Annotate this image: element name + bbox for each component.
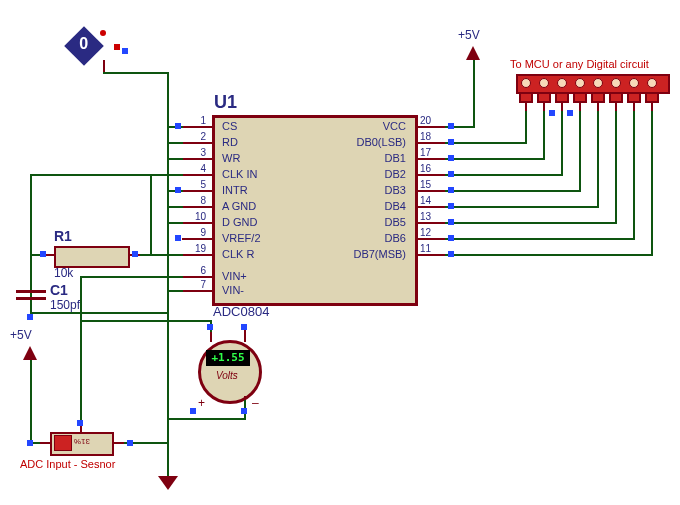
cap-plate [16, 290, 46, 293]
pin-name: INTR [222, 184, 248, 196]
meter-plus: + [198, 396, 205, 410]
pad [448, 155, 454, 161]
wire [30, 300, 32, 312]
wire [561, 111, 563, 176]
pin-name: DB4 [340, 200, 406, 212]
pin-name: VCC [340, 120, 406, 132]
pad [448, 171, 454, 177]
wire [244, 396, 246, 400]
connector-pin [593, 78, 603, 88]
meter-minus: – [252, 396, 259, 410]
pad [241, 324, 247, 330]
pad [114, 44, 120, 50]
pin-num: 4 [188, 163, 206, 174]
pin-num: 3 [188, 147, 206, 158]
voltmeter-caption: Volts [216, 370, 238, 381]
pad [175, 187, 181, 193]
pad [207, 324, 213, 330]
wire [445, 222, 616, 224]
wire [150, 254, 183, 256]
pin-name: DB2 [340, 168, 406, 180]
wire [167, 72, 169, 126]
ic-ref: U1 [214, 92, 237, 113]
pin-num: 19 [188, 243, 206, 254]
pin-name: D GND [222, 216, 257, 228]
pad [448, 139, 454, 145]
pad [27, 314, 33, 320]
wire [167, 126, 169, 476]
pin-num: 15 [420, 179, 438, 190]
wire [167, 418, 246, 420]
connector-pin [611, 78, 621, 88]
wire [633, 111, 635, 240]
pin-num: 16 [420, 163, 438, 174]
pin-name: CS [222, 120, 237, 132]
pot-label: ADC Input - Sesnor [20, 458, 115, 470]
wire [597, 111, 599, 208]
power-arrow [23, 346, 37, 360]
pad [567, 110, 573, 116]
voltmeter-reading: +1.55 [206, 350, 250, 366]
wire [167, 290, 183, 292]
pin-num: 17 [420, 147, 438, 158]
pin-num: 8 [188, 195, 206, 206]
wire [103, 60, 105, 72]
pin-name: CLK IN [222, 168, 257, 180]
pin-stub [415, 142, 445, 144]
pin-stub [182, 190, 212, 192]
pin-num: 20 [420, 115, 438, 126]
pin-name: DB6 [340, 232, 406, 244]
instrument-diamond: 0 [64, 26, 104, 66]
wire [579, 111, 581, 192]
pad [27, 440, 33, 446]
pad [40, 251, 46, 257]
wire [445, 254, 652, 256]
connector-pin [521, 78, 531, 88]
wire [633, 101, 635, 111]
wire [543, 111, 545, 160]
pin-num: 14 [420, 195, 438, 206]
power-label: +5V [458, 28, 480, 42]
wire [167, 222, 183, 224]
pin-num: 2 [188, 131, 206, 142]
pad [77, 420, 83, 426]
wire [80, 276, 183, 278]
wire [445, 174, 562, 176]
wire [80, 276, 82, 424]
wire [561, 101, 563, 111]
connector-pin [557, 78, 567, 88]
wire [30, 174, 32, 294]
pin-stub [415, 190, 445, 192]
wire [30, 174, 150, 176]
pin-stub [415, 174, 445, 176]
pin-stub [182, 174, 212, 176]
pin-stub [415, 254, 445, 256]
pad [175, 235, 181, 241]
potentiometer: 31% [50, 432, 114, 456]
wire [445, 142, 526, 144]
pin-name: WR [222, 152, 240, 164]
pin-name: DB7(MSB) [340, 248, 406, 260]
pin-num: 10 [188, 211, 206, 222]
pin-name: VIN- [222, 284, 244, 296]
wire [103, 72, 168, 74]
pin-stub [182, 206, 212, 208]
pot-readout: 31% [74, 437, 90, 446]
wire [167, 158, 183, 160]
power-label: +5V [10, 328, 32, 342]
connector-pin [647, 78, 657, 88]
pin-name: CLK R [222, 248, 254, 260]
pin-num: 7 [188, 279, 206, 290]
wire [30, 312, 169, 314]
pot-bar [54, 435, 72, 451]
wire [112, 442, 124, 444]
pad [549, 110, 555, 116]
pad [241, 408, 247, 414]
pin-stub [415, 222, 445, 224]
pad [175, 123, 181, 129]
wire [525, 111, 527, 144]
pad [100, 30, 106, 36]
pin-name: VREF/2 [222, 232, 261, 244]
wire [445, 158, 544, 160]
wire [167, 142, 183, 144]
